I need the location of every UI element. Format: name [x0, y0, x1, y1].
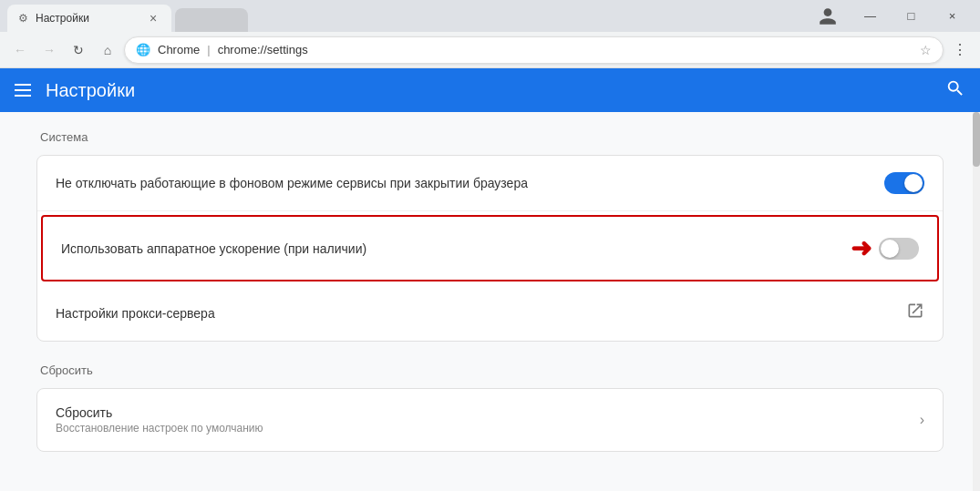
- hamburger-line-2: [15, 89, 31, 91]
- user-icon: [818, 6, 838, 26]
- page-title: Настройки: [46, 80, 931, 101]
- hardware-acceleration-toggle[interactable]: [879, 238, 919, 260]
- hamburger-menu-button[interactable]: [15, 84, 31, 97]
- chrome-menu-button[interactable]: ⋮: [947, 37, 973, 63]
- tab-bar: ⚙ Настройки ×: [7, 0, 813, 32]
- red-arrow-icon: ➜: [851, 233, 872, 263]
- chevron-right-icon: ›: [920, 412, 924, 428]
- hardware-acceleration-label: Использовать аппаратное ускорение (при н…: [61, 241, 851, 256]
- main-content: Система Не отключать работающие в фоново…: [0, 112, 980, 491]
- proxy-settings-label: Настройки прокси-сервера: [56, 306, 906, 321]
- chrome-header: Настройки: [0, 68, 980, 112]
- hamburger-line-3: [15, 95, 31, 97]
- background-services-row: Не отключать работающие в фоновом режиме…: [37, 156, 943, 211]
- brand-label: Chrome: [158, 43, 200, 56]
- toggle-track-on: [884, 172, 924, 194]
- refresh-button[interactable]: ↻: [66, 37, 91, 63]
- hardware-acceleration-row: Использовать аппаратное ускорение (при н…: [41, 215, 939, 281]
- hamburger-line-1: [15, 84, 31, 86]
- globe-icon: 🌐: [136, 43, 150, 56]
- reset-row-subtitle: Восстановление настроек по умолчанию: [56, 422, 920, 435]
- reset-row-content: Сбросить Восстановление настроек по умол…: [56, 405, 920, 435]
- close-button[interactable]: ×: [932, 0, 973, 32]
- reset-settings-card: Сбросить Восстановление настроек по умол…: [36, 388, 944, 452]
- home-button[interactable]: ⌂: [95, 37, 120, 63]
- system-settings-card: Не отключать работающие в фоновом режиме…: [36, 155, 944, 342]
- inactive-tab[interactable]: [175, 8, 248, 32]
- url-bar[interactable]: 🌐 Chrome | chrome://settings ☆: [124, 36, 944, 64]
- background-services-label: Не отключать работающие в фоновом режиме…: [56, 176, 884, 190]
- gear-icon: ⚙: [18, 12, 28, 25]
- hardware-acceleration-wrapper: Использовать аппаратное ускорение (при н…: [37, 211, 943, 285]
- section-title-system: Система: [36, 130, 944, 144]
- window-controls: — □ ×: [850, 0, 973, 32]
- bookmark-star-icon[interactable]: ☆: [920, 43, 932, 57]
- minimize-button[interactable]: —: [850, 0, 891, 32]
- forward-button[interactable]: →: [36, 37, 62, 63]
- titlebar: ⚙ Настройки × — □ ×: [0, 0, 980, 32]
- reset-row[interactable]: Сбросить Восстановление настроек по умол…: [37, 389, 943, 451]
- url-separator: |: [207, 43, 210, 56]
- toggle-track-off: [879, 238, 919, 260]
- scrollbar-thumb[interactable]: [973, 112, 980, 167]
- active-tab[interactable]: ⚙ Настройки ×: [7, 5, 171, 32]
- search-svg: [945, 78, 965, 98]
- maximize-button[interactable]: □: [891, 0, 932, 32]
- section-title-reset: Сбросить: [36, 363, 944, 377]
- scrollbar[interactable]: [973, 112, 980, 491]
- addressbar: ← → ↻ ⌂ 🌐 Chrome | chrome://settings ☆ ⋮: [0, 32, 980, 68]
- tab-title: Настройки: [36, 12, 139, 25]
- arrow-toggle-group: ➜: [851, 233, 919, 263]
- proxy-settings-row[interactable]: Настройки прокси-сервера: [37, 285, 943, 341]
- toggle-thumb-off: [881, 240, 899, 258]
- search-icon[interactable]: [945, 78, 965, 103]
- user-icon-area[interactable]: [813, 2, 842, 31]
- url-path: chrome://settings: [218, 43, 308, 56]
- tab-close-button[interactable]: ×: [146, 11, 160, 26]
- reset-row-title: Сбросить: [56, 405, 920, 420]
- back-button[interactable]: ←: [7, 37, 33, 63]
- external-link-icon: [906, 302, 924, 324]
- background-services-toggle[interactable]: [884, 172, 924, 194]
- toggle-thumb: [904, 174, 923, 192]
